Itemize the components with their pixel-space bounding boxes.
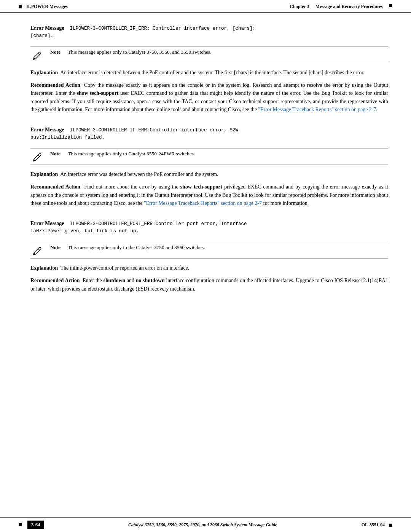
action-bold-3a: shutdown (104, 278, 126, 283)
note-text-1: This message applies only to Catalyst 37… (68, 49, 212, 55)
note-pencil-icon-3 (30, 245, 44, 256)
action-text-1-after: . (376, 107, 377, 112)
header-chapter: Chapter 3 (290, 4, 309, 10)
explanation-label-2: Explanation (30, 171, 58, 177)
note-label-1: Note (50, 49, 64, 55)
section-gap-2 (30, 212, 388, 219)
note-pencil-icon-2 (30, 152, 44, 162)
action-bold-3b: no shutdown (136, 278, 165, 283)
error-label-2: Error Message (30, 127, 64, 133)
action-1: Recommended Action Copy the message exac… (30, 81, 388, 114)
action-bold-2: show tech-support (180, 184, 222, 190)
error-message-1-line2: [chars]. (30, 32, 388, 40)
error-message-3-line1: Error Message ILPOWER-3-CONTROLLER_PORT_… (30, 219, 388, 228)
note-content-2: Note This message applies only to Cataly… (50, 151, 388, 157)
action-bold-1: show tech-support (77, 90, 119, 96)
footer-doc-number: OL-8551-04 (362, 522, 385, 527)
footer-page-number: 3-64 (27, 521, 44, 529)
explanation-1: Explanation An interface error is detect… (30, 69, 388, 77)
note-pencil-icon-1 (30, 50, 44, 61)
header-bar-right-icon (389, 4, 392, 7)
note-text-2: This message applies only to Catalyst 35… (68, 151, 195, 157)
error-section-3: Error Message ILPOWER-3-CONTROLLER_PORT_… (30, 219, 388, 235)
explanation-label-1: Explanation (30, 70, 58, 75)
error-code-3a: ILPOWER-3-CONTROLLER_PORT_ERR:Controller… (70, 221, 247, 227)
action-text-2-after: for more information. (262, 200, 309, 206)
error-label-3: Error Message (30, 220, 64, 226)
action-link-2[interactable]: "Error Message Traceback Reports" sectio… (144, 200, 262, 206)
error-label-1: Error Message (30, 25, 64, 31)
note-content-1: Note This message applies only to Cataly… (50, 49, 388, 55)
note-label-3: Note (50, 244, 64, 251)
header-right: Chapter 3 Message and Recovery Procedure… (290, 4, 392, 10)
footer-right-text: OL-8551-04 (362, 522, 392, 528)
section-gap-1 (30, 118, 388, 126)
action-text-3-mid1: and (125, 278, 136, 283)
action-label-3: Recommended Action (30, 278, 80, 283)
main-content: Error Message ILPOWER-3-CONTROLLER_IF_ER… (0, 13, 411, 328)
error-code-1a: ILPOWER-3-CONTROLLER_IF_ERR: Controller … (70, 26, 256, 31)
action-link-1[interactable]: "Error Message Traceback Reports" sectio… (258, 107, 376, 112)
explanation-label-3: Explanation (30, 265, 58, 271)
error-section-1: Error Message ILPOWER-3-CONTROLLER_IF_ER… (30, 24, 388, 40)
error-message-1-line1: Error Message ILPOWER-3-CONTROLLER_IF_ER… (30, 24, 388, 32)
header-bar-left-icon (19, 5, 22, 8)
header-title: Message and Recovery Procedures (315, 4, 383, 10)
explanation-2: Explanation An interface error was detec… (30, 170, 388, 178)
action-label-2: Recommended Action (30, 184, 80, 190)
header-section-label: ILPOWER Messages (19, 4, 68, 10)
note-label-2: Note (50, 151, 64, 157)
error-section-2: Error Message ILPOWER-3-CONTROLLER_IF_ER… (30, 126, 388, 141)
note-box-2: Note This message applies only to Cataly… (30, 148, 388, 165)
note-content-3: Note This message applies only to the Ca… (50, 244, 388, 251)
explanation-3: Explanation The inline-power-controller … (30, 264, 388, 272)
action-label-1: Recommended Action (30, 82, 80, 88)
action-text-2-before: Find out more about the error by using t… (84, 184, 180, 190)
note-box-3: Note This message applies only to the Ca… (30, 242, 388, 259)
explanation-text-3: The inline-power-controller reported an … (61, 265, 189, 271)
explanation-text-2: An interface error was detected between … (60, 171, 218, 177)
error-message-3-line2: Fa0/7:Power given, but link is not up. (30, 228, 388, 235)
note-text-3: This message applies only to the Catalys… (68, 244, 205, 251)
explanation-text-1: An interface error is detected between t… (60, 70, 364, 75)
action-text-3-before: Enter the (83, 278, 103, 283)
footer-bar-left (19, 523, 22, 526)
error-message-2-line1: Error Message ILPOWER-3-CONTROLLER_IF_ER… (30, 126, 388, 134)
page-footer: 3-64 Catalyst 3750, 3560, 3550, 2975, 29… (0, 517, 411, 532)
page-header: ILPOWER Messages Chapter 3 Message and R… (0, 0, 411, 13)
action-2: Recommended Action Find out more about t… (30, 183, 388, 207)
footer-left: 3-64 (19, 521, 44, 529)
footer-bar-right (389, 524, 392, 527)
note-box-1: Note This message applies only to Cataly… (30, 46, 388, 63)
error-message-2-line2: bus:Initialization failed. (30, 134, 388, 141)
error-code-2a: ILPOWER-3-CONTROLLER_IF_ERR:Controller i… (70, 128, 239, 133)
action-3: Recommended Action Enter the shutdown an… (30, 276, 388, 293)
footer-center-text: Catalyst 3750, 3560, 3550, 2975, 2970, a… (128, 522, 277, 528)
